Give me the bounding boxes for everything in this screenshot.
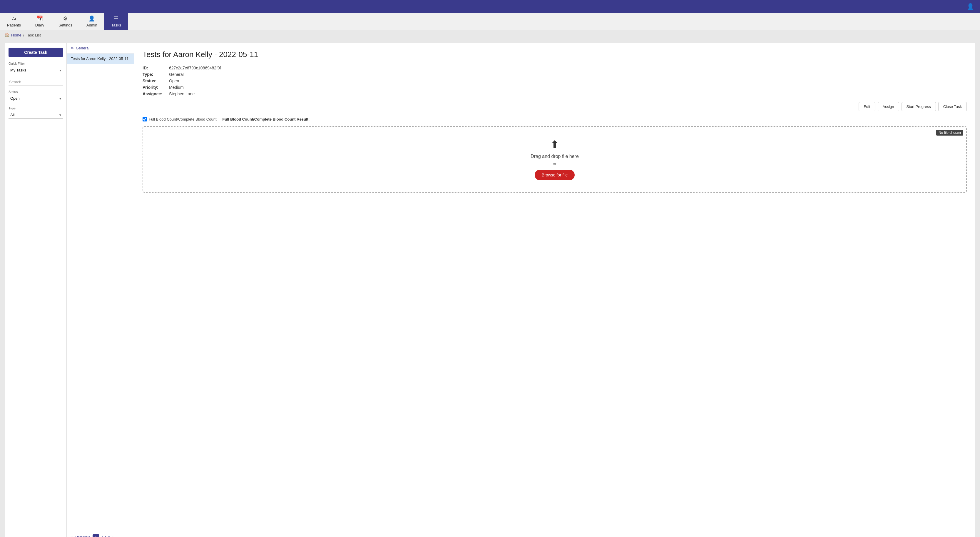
priority-key: Priority: bbox=[143, 85, 169, 90]
main-container: Create Task Quick Filter My Tasks ▼ Stat… bbox=[5, 43, 975, 537]
detail-status-row: Status: Open bbox=[143, 78, 967, 83]
nav-tabs: 🗂 Patients 📅 Diary ⚙ Settings 👤 Admin ☰ … bbox=[0, 13, 980, 30]
assign-button[interactable]: Assign bbox=[878, 102, 899, 111]
upload-or-text: or bbox=[149, 161, 960, 166]
priority-value: Medium bbox=[169, 85, 184, 90]
upload-icon: ⬆ bbox=[149, 139, 960, 151]
previous-button[interactable]: Previous bbox=[75, 535, 90, 537]
assignee-key: Assignee: bbox=[143, 91, 169, 96]
search-input[interactable] bbox=[8, 78, 63, 86]
detail-panel: Tests for Aaron Kelly - 2022-05-11 ID: 6… bbox=[134, 43, 975, 537]
create-task-button[interactable]: Create Task bbox=[8, 48, 63, 57]
detail-type-row: Type: General bbox=[143, 72, 967, 77]
breadcrumb-home-link[interactable]: Home bbox=[11, 33, 21, 37]
type-label: Type bbox=[8, 107, 63, 110]
status-label: Status bbox=[8, 90, 63, 94]
task-list-pagination: « Previous 1 Next » bbox=[67, 530, 134, 537]
task-list-panel: ✏ General Tests for Aaron Kelly - 2022-0… bbox=[67, 43, 134, 537]
tab-settings[interactable]: ⚙ Settings bbox=[51, 13, 80, 30]
admin-label: Admin bbox=[86, 23, 97, 27]
pencil-icon: ✏ bbox=[71, 46, 74, 50]
quick-filter-wrapper: My Tasks ▼ bbox=[8, 67, 63, 74]
start-progress-button[interactable]: Start Progress bbox=[902, 102, 936, 111]
task-result-label: Full Blood Count/Complete Blood Count Re… bbox=[223, 117, 310, 121]
pagination-prev-arrow[interactable]: « bbox=[71, 535, 73, 537]
detail-id-row: ID: 627c2a7c6790c10869482f9f bbox=[143, 65, 967, 70]
quick-filter-label: Quick Filter bbox=[8, 62, 63, 65]
patients-icon: 🗂 bbox=[11, 16, 16, 22]
type-value: General bbox=[169, 72, 184, 77]
settings-icon: ⚙ bbox=[63, 15, 68, 22]
type-wrapper: All General Test ▼ bbox=[8, 111, 63, 119]
id-value: 627c2a7c6790c10869482f9f bbox=[169, 65, 221, 70]
home-icon: 🏠 bbox=[5, 33, 10, 37]
breadcrumb: 🏠 Home / Task List bbox=[0, 30, 980, 40]
next-button[interactable]: Next bbox=[102, 535, 110, 537]
status-value: Open bbox=[169, 78, 179, 83]
tab-patients[interactable]: 🗂 Patients bbox=[0, 13, 28, 30]
user-icon: 👤 bbox=[967, 3, 974, 10]
tasks-icon: ☰ bbox=[114, 15, 118, 22]
diary-label: Diary bbox=[35, 23, 44, 27]
detail-fields: ID: 627c2a7c6790c10869482f9f Type: Gener… bbox=[143, 65, 967, 96]
pagination-current-page: 1 bbox=[92, 534, 99, 537]
upload-area[interactable]: No file chosen ⬆ Drag and drop file here… bbox=[143, 126, 967, 193]
drag-drop-text: Drag and drop file here bbox=[149, 154, 960, 159]
detail-assignee-row: Assignee: Stephen Lane bbox=[143, 91, 967, 96]
detail-priority-row: Priority: Medium bbox=[143, 85, 967, 90]
breadcrumb-separator: / bbox=[23, 33, 24, 37]
action-buttons: Edit Assign Start Progress Close Task bbox=[143, 102, 967, 111]
sidebar: Create Task Quick Filter My Tasks ▼ Stat… bbox=[5, 43, 67, 537]
settings-label: Settings bbox=[59, 23, 72, 27]
close-task-button[interactable]: Close Task bbox=[938, 102, 967, 111]
pagination-next-arrow[interactable]: » bbox=[112, 535, 114, 537]
tab-diary[interactable]: 📅 Diary bbox=[28, 13, 51, 30]
edit-button[interactable]: Edit bbox=[859, 102, 875, 111]
tab-admin[interactable]: 👤 Admin bbox=[80, 13, 104, 30]
quick-filter-select[interactable]: My Tasks bbox=[8, 67, 63, 74]
id-key: ID: bbox=[143, 65, 169, 70]
top-bar: 👤 bbox=[0, 0, 980, 13]
diary-icon: 📅 bbox=[37, 15, 43, 22]
no-file-badge: No file chosen bbox=[936, 130, 963, 135]
detail-title: Tests for Aaron Kelly - 2022-05-11 bbox=[143, 50, 967, 59]
task-category-label: General bbox=[76, 46, 89, 50]
tasks-label: Tasks bbox=[111, 23, 121, 27]
browse-for-file-button[interactable]: Browse for file bbox=[535, 170, 575, 180]
patients-label: Patients bbox=[7, 23, 21, 27]
status-key: Status: bbox=[143, 78, 169, 83]
status-wrapper: Open Closed All ▼ bbox=[8, 95, 63, 102]
task-result-row: Full Blood Count/Complete Blood Count Fu… bbox=[143, 117, 967, 121]
task-checkbox[interactable] bbox=[143, 117, 147, 121]
task-checkbox-label[interactable]: Full Blood Count/Complete Blood Count bbox=[143, 117, 216, 121]
type-key: Type: bbox=[143, 72, 169, 77]
type-select[interactable]: All General Test bbox=[8, 111, 63, 119]
admin-icon: 👤 bbox=[89, 15, 95, 22]
task-checkbox-text: Full Blood Count/Complete Blood Count bbox=[149, 117, 216, 121]
status-select[interactable]: Open Closed All bbox=[8, 95, 63, 102]
task-category: ✏ General bbox=[67, 43, 134, 54]
assignee-value: Stephen Lane bbox=[169, 91, 194, 96]
task-list-item[interactable]: Tests for Aaron Kelly - 2022-05-11 bbox=[67, 54, 134, 64]
tab-tasks[interactable]: ☰ Tasks bbox=[104, 13, 128, 30]
breadcrumb-current: Task List bbox=[26, 33, 41, 37]
